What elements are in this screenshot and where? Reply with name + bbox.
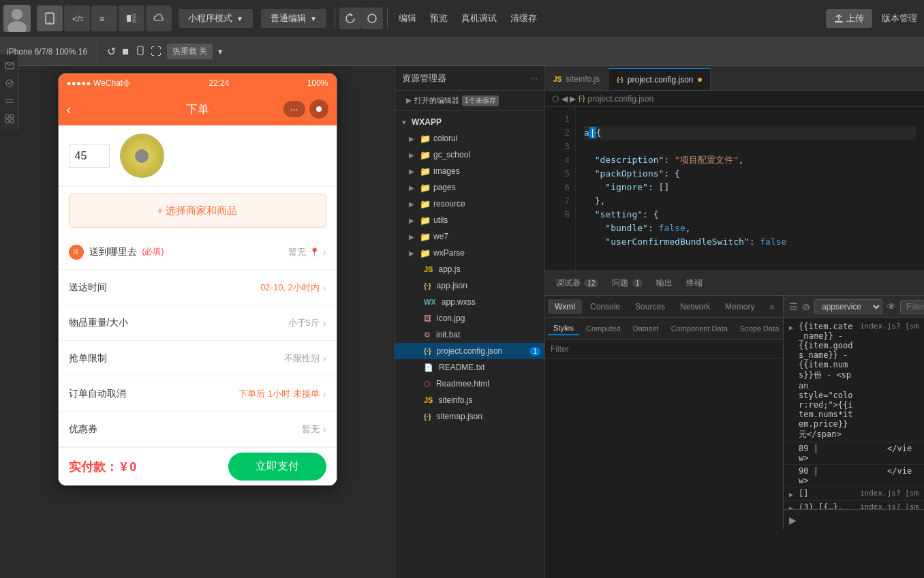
- phone-row-time[interactable]: 送达时间 02-10, 2小时内 ›: [59, 270, 337, 305]
- dataset-tab[interactable]: Dataset: [628, 322, 664, 335]
- nav-btn-device[interactable]: 真机调试: [455, 10, 504, 27]
- row5-link[interactable]: index.js? [sm: [860, 502, 919, 509]
- phone-back-btn[interactable]: ‹: [67, 102, 72, 117]
- fullscreen-btn[interactable]: ⛶: [151, 46, 161, 58]
- styles-filter-input[interactable]: [551, 344, 777, 354]
- scope-data-tab[interactable]: Scope Data: [735, 322, 783, 335]
- stop-btn[interactable]: ⏹: [121, 46, 130, 57]
- phone-row-delivery[interactable]: 送 送到哪里去 (必填) 暂无 📍 ›: [59, 234, 337, 270]
- tree-item-pages[interactable]: ▶ 📁 pages: [395, 179, 544, 196]
- tree-item-wxparse[interactable]: ▶ 📁 wxParse: [395, 245, 544, 261]
- refresh-btn[interactable]: [339, 7, 361, 29]
- sidebar-icon-1[interactable]: [1, 57, 18, 74]
- phone-record-btn[interactable]: [309, 100, 328, 119]
- tree-item-readmeehtml[interactable]: ⬡ Readmee.html: [395, 376, 544, 392]
- phone-row-cancel[interactable]: 订单自动取消 下单后 1小时 未接单 ›: [59, 376, 337, 412]
- tree-item-we7[interactable]: ▶ 📁 we7: [395, 228, 544, 245]
- row4-link[interactable]: index.js? [sm: [860, 489, 919, 498]
- devtools-tab-debugger[interactable]: 调试器 12: [551, 275, 604, 292]
- console-messages[interactable]: ▶ {{item.cate_name}} - {{item.goods_name…: [784, 318, 924, 509]
- component-data-tab[interactable]: Component Data: [666, 322, 733, 335]
- qty-circle: [120, 134, 164, 178]
- devtools-tab-issues[interactable]: 问题 1: [606, 275, 648, 292]
- sidebar-icon-4[interactable]: [1, 110, 18, 127]
- phone-dots-btn[interactable]: ···: [283, 101, 305, 117]
- computed-tab[interactable]: Computed: [581, 322, 626, 335]
- colorui-folder-icon: 📁: [420, 134, 431, 144]
- editor-selector[interactable]: 普通编辑 ▼: [261, 9, 326, 28]
- version-btn[interactable]: 版本管理: [875, 10, 924, 27]
- open-editors-label[interactable]: 打开的编辑器 1个未保存: [401, 93, 504, 108]
- tree-root[interactable]: ▼ WXAPP: [395, 114, 544, 130]
- file-explorer-more-btn[interactable]: ···: [530, 73, 538, 83]
- mobile-icon-btn[interactable]: [37, 5, 63, 31]
- console-context-selector[interactable]: appservice: [814, 299, 882, 314]
- code-content[interactable]: a|{ "description": "项目配置文件", "packOption…: [576, 107, 924, 271]
- sidebar-icon-2[interactable]: [1, 75, 18, 91]
- tree-item-appwxss[interactable]: WX app.wxss: [395, 294, 544, 310]
- breadcrumb-back-btn[interactable]: ◀: [561, 94, 568, 104]
- tree-item-colorui[interactable]: ▶ 📁 colorui: [395, 130, 544, 147]
- console-eye-btn[interactable]: 👁: [887, 301, 896, 312]
- tree-item-utils[interactable]: ▶ 📁 utils: [395, 212, 544, 228]
- code-icon-btn[interactable]: </>: [64, 5, 90, 31]
- hot-reload-arrow[interactable]: ▾: [218, 46, 223, 57]
- editor-tab-siteinfo[interactable]: JS siteinfo.js: [545, 68, 609, 90]
- appjs-label: app.js: [438, 264, 460, 274]
- phone-row-right-coupon: 暂无 ›: [302, 423, 326, 436]
- tree-item-resource[interactable]: ▶ 📁 resource: [395, 196, 544, 212]
- select-goods-btn[interactable]: + 选择商家和商品: [69, 194, 326, 228]
- pay-btn[interactable]: 立即支付: [228, 453, 326, 481]
- nav-btn-clear[interactable]: 清缓存: [504, 10, 544, 27]
- tree-item-sitemapjson[interactable]: {·} sitemap.json: [395, 408, 544, 425]
- console-element-picker-btn[interactable]: ☰: [789, 301, 798, 312]
- tree-item-initbat[interactable]: ⚙ init.bat: [395, 326, 544, 343]
- visual-icon-btn[interactable]: [119, 5, 144, 31]
- debug-icon-btn[interactable]: ≡: [91, 5, 117, 31]
- network-tab[interactable]: Network: [673, 299, 717, 314]
- tree-item-appjs[interactable]: JS app.js: [395, 261, 544, 277]
- tree-item-projectconfig[interactable]: {·} project.config.json 1: [395, 343, 544, 359]
- tree-item-gc_school[interactable]: ▶ 📁 gc_school: [395, 147, 544, 163]
- tree-item-appjson[interactable]: {·} app.json: [395, 277, 544, 294]
- root-label: WXAPP: [412, 117, 442, 127]
- console-tab-inner[interactable]: Console: [583, 299, 627, 314]
- devtools-tab-terminal[interactable]: 终端: [681, 275, 708, 292]
- nav-btn-edit[interactable]: 编辑: [392, 10, 423, 27]
- phone-btn[interactable]: [136, 46, 145, 58]
- tree-item-siteinfojs[interactable]: JS siteinfo.js: [395, 392, 544, 408]
- tree-item-iconjpg[interactable]: 🖼 icon.jpg: [395, 310, 544, 326]
- styles-tab[interactable]: Styles: [548, 322, 579, 335]
- editor-tab-projectconfig[interactable]: {·} project.config.json: [609, 68, 710, 90]
- phone-row-coupon[interactable]: 优惠券 暂无 ›: [59, 412, 337, 447]
- phone-row-grab[interactable]: 抢单限制 不限性别 ›: [59, 341, 337, 376]
- console-filter-input[interactable]: [900, 300, 924, 314]
- open-editors-badge: 1个未保存: [462, 95, 499, 106]
- tree-item-images[interactable]: ▶ 📁 images: [395, 163, 544, 179]
- mode-selector[interactable]: 小程序模式 ▼: [179, 9, 253, 28]
- gc_school-label: gc_school: [433, 150, 470, 159]
- more-tab[interactable]: »: [763, 299, 781, 314]
- memory-tab[interactable]: Memory: [718, 299, 761, 314]
- console-clear-btn[interactable]: ⊘: [802, 301, 810, 312]
- upload-btn[interactable]: 上传: [826, 9, 872, 28]
- cloud-icon-btn[interactable]: [146, 5, 172, 31]
- breadcrumb-forward-btn[interactable]: ▶: [570, 94, 576, 104]
- row5-expand-icon[interactable]: ▶: [789, 502, 793, 509]
- row3-text: 90 | </view>: [799, 466, 913, 485]
- hot-reload-btn[interactable]: 热重载 关: [167, 44, 213, 59]
- preview-btn[interactable]: [361, 7, 383, 29]
- sources-tab[interactable]: Sources: [628, 299, 672, 314]
- row1-expand-icon[interactable]: ▶: [789, 322, 793, 331]
- phone-row-weight[interactable]: 物品重量/大小 小于5斤 ›: [59, 305, 337, 341]
- sidebar-icon-3[interactable]: [1, 93, 18, 109]
- colorui-label: colorui: [433, 134, 457, 143]
- wxml-tab[interactable]: Wxml: [548, 299, 582, 314]
- qty-input[interactable]: [69, 144, 110, 168]
- row4-expand-icon[interactable]: ▶: [789, 489, 793, 498]
- tree-item-readme[interactable]: 📄 README.txt: [395, 359, 544, 376]
- devtools-tab-output[interactable]: 输出: [651, 275, 678, 292]
- reload-btn[interactable]: ↺: [107, 45, 116, 58]
- row1-link[interactable]: index.js? [sm: [860, 322, 919, 331]
- nav-btn-preview[interactable]: 预览: [423, 10, 455, 27]
